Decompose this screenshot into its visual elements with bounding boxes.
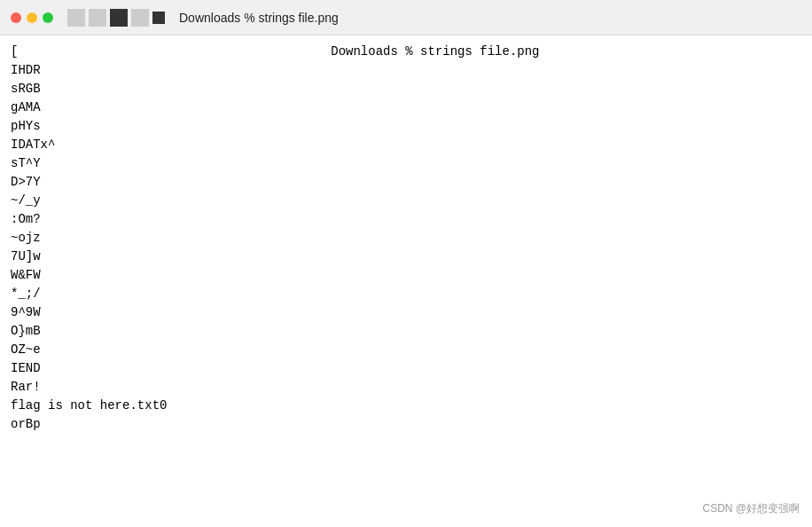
icon-3 bbox=[110, 9, 128, 27]
terminal-line: W&FW bbox=[11, 266, 801, 285]
minimize-button[interactable] bbox=[27, 12, 37, 23]
terminal-line: 7U]w bbox=[11, 248, 801, 266]
terminal-line: :Om? bbox=[11, 210, 801, 229]
terminal-line: sRGB bbox=[11, 80, 801, 98]
window-title: Downloads % strings file.png bbox=[179, 11, 339, 25]
terminal-line: O}mB bbox=[11, 322, 801, 341]
terminal-line: [ Downloads % strings file.png bbox=[11, 43, 801, 61]
terminal-line: pHYs bbox=[11, 117, 801, 136]
terminal-line: ~ojz bbox=[11, 229, 801, 248]
terminal-line: orBp bbox=[11, 415, 801, 434]
terminal-line: 9^9W bbox=[11, 303, 801, 322]
terminal-line: sT^Y bbox=[11, 154, 801, 173]
icon-1 bbox=[67, 9, 85, 27]
title-bar-icons bbox=[67, 9, 165, 27]
terminal-line: Rar! bbox=[11, 378, 801, 397]
icon-2 bbox=[89, 9, 106, 27]
terminal-window: Downloads % strings file.png [ Downloads… bbox=[0, 0, 812, 527]
terminal-line: *_;/ bbox=[11, 285, 801, 303]
terminal-line: gAMA bbox=[11, 98, 801, 117]
terminal-line: IHDR bbox=[11, 61, 801, 80]
terminal-line: IEND bbox=[11, 359, 801, 378]
traffic-lights bbox=[11, 12, 53, 23]
close-button[interactable] bbox=[11, 12, 21, 23]
terminal-line: D>7Y bbox=[11, 173, 801, 192]
icon-5 bbox=[152, 12, 165, 24]
terminal-line: ~/_y bbox=[11, 192, 801, 210]
watermark: CSDN @好想变强啊 bbox=[702, 501, 800, 516]
terminal-content: [ Downloads % strings file.pngIHDRsRGBgA… bbox=[0, 35, 812, 527]
icon-4 bbox=[131, 9, 149, 27]
maximize-button[interactable] bbox=[43, 12, 53, 23]
terminal-line: flag is not here.txt0 bbox=[11, 397, 801, 415]
terminal-line: IDATx^ bbox=[11, 136, 801, 154]
title-bar: Downloads % strings file.png bbox=[0, 0, 812, 35]
terminal-line: OZ~e bbox=[11, 341, 801, 359]
